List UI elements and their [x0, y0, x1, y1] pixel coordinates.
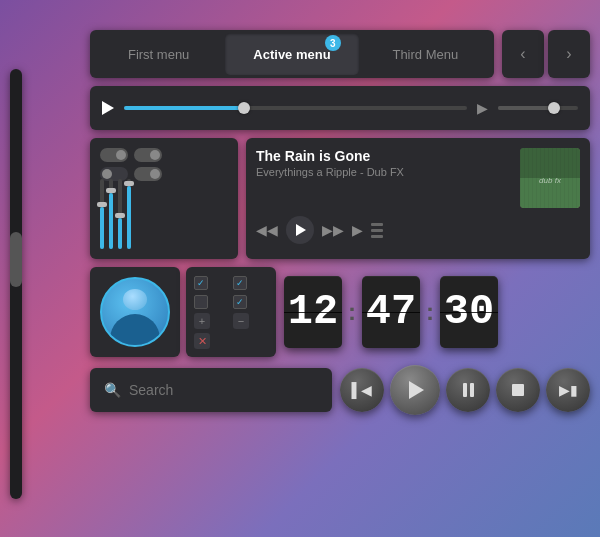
- progress-track[interactable]: [124, 106, 467, 110]
- big-rewind-button[interactable]: ▌◀: [340, 368, 384, 412]
- toggle-2[interactable]: [100, 167, 128, 181]
- avatar-circle: [100, 277, 170, 347]
- music-info-row: The Rain is Gone Everythings a Ripple - …: [256, 148, 580, 208]
- play-pause-button[interactable]: [286, 216, 314, 244]
- fader-4-thumb[interactable]: [124, 181, 134, 186]
- chevron-left-icon: ‹: [520, 45, 525, 63]
- music-title: The Rain is Gone: [256, 148, 512, 164]
- add-button[interactable]: +: [194, 313, 210, 329]
- sidebar-scrollbar[interactable]: [10, 69, 22, 499]
- avatar-body: [110, 314, 160, 345]
- nav-next-button[interactable]: ›: [548, 30, 590, 78]
- toggle-knob-2: [102, 169, 112, 179]
- avatar-panel[interactable]: [90, 267, 180, 357]
- menu-button[interactable]: [371, 223, 383, 238]
- toggle-knob-3: [150, 150, 160, 160]
- search-input[interactable]: [129, 382, 318, 398]
- fader-2-col: [109, 179, 113, 249]
- middle-row: The Rain is Gone Everythings a Ripple - …: [90, 138, 590, 259]
- album-art: dub fx: [520, 148, 580, 208]
- flip-sep-2: :: [426, 298, 434, 326]
- fader-2-fill: [109, 193, 113, 249]
- toggle-1[interactable]: [100, 148, 128, 162]
- nav-badge: 3: [325, 35, 341, 51]
- search-bar[interactable]: 🔍: [90, 368, 332, 412]
- tab-third-label: Third Menu: [392, 47, 458, 62]
- fader-1-fill: [100, 207, 104, 249]
- checkbox-4[interactable]: ✓: [233, 295, 247, 309]
- avatar-wrap: [100, 277, 170, 347]
- fader-1-thumb[interactable]: [97, 202, 107, 207]
- checkbox-1[interactable]: ✓: [194, 276, 208, 290]
- svg-text:dub fx: dub fx: [539, 176, 562, 185]
- fader-2-track[interactable]: [109, 179, 113, 249]
- action-button-x[interactable]: ✕: [194, 333, 210, 349]
- flip-minutes: 47: [362, 276, 420, 348]
- fader-4-col: [127, 179, 131, 249]
- mixer-panel: [90, 138, 238, 259]
- checkbox-2[interactable]: ✓: [233, 276, 247, 290]
- toggle-3[interactable]: [134, 148, 162, 162]
- forward-icon: ▶▮: [559, 382, 578, 398]
- big-pause-button[interactable]: [446, 368, 490, 412]
- flip-seconds: 30: [440, 276, 498, 348]
- toggle-knob-4: [150, 169, 160, 179]
- fader-3-fill: [118, 218, 122, 250]
- big-play-button[interactable]: [390, 365, 440, 415]
- fader-4-fill: [127, 186, 131, 249]
- nav-prev-button[interactable]: ‹: [502, 30, 544, 78]
- tab-active[interactable]: 3 Active menu: [225, 33, 358, 75]
- tab-first[interactable]: First menu: [92, 33, 225, 75]
- mute-button[interactable]: ▶: [352, 222, 363, 238]
- check-item-2: ✓: [233, 276, 268, 290]
- pause-icon: [463, 383, 474, 397]
- progress-fill: [124, 106, 244, 110]
- nav-tabs-container: First menu 3 Active menu Third Menu: [90, 30, 494, 78]
- chevron-right-icon: ›: [566, 45, 571, 63]
- tab-first-label: First menu: [128, 47, 189, 62]
- toggle-knob-1: [116, 150, 126, 160]
- next-track-button[interactable]: ▶▶: [322, 222, 344, 238]
- volume-thumb[interactable]: [548, 102, 560, 114]
- volume-track[interactable]: [498, 106, 578, 110]
- fader-3-col: [118, 179, 122, 249]
- prev-track-button[interactable]: ◀◀: [256, 222, 278, 238]
- bottom-row-top: ✓ ✓ ✓ + − ✕: [90, 267, 590, 357]
- media-player-bar: ▶: [90, 86, 590, 130]
- avatar-content: [102, 279, 168, 345]
- fader-2-thumb[interactable]: [106, 188, 116, 193]
- music-text: The Rain is Gone Everythings a Ripple - …: [256, 148, 512, 178]
- bottom-row: 🔍 ▌◀: [90, 365, 590, 415]
- checkbox-3[interactable]: [194, 295, 208, 309]
- fader-3-thumb[interactable]: [115, 213, 125, 218]
- fader-3-track[interactable]: [118, 179, 122, 249]
- volume-icon: ▶: [477, 100, 488, 116]
- minus-button[interactable]: −: [233, 313, 249, 329]
- check-item-3: [194, 295, 229, 309]
- volume-fill: [498, 106, 554, 110]
- scroll-thumb[interactable]: [10, 232, 22, 287]
- progress-thumb[interactable]: [238, 102, 250, 114]
- media-play-button[interactable]: [102, 101, 114, 115]
- mixer-toggles: [100, 148, 228, 181]
- svg-rect-3: [520, 148, 580, 178]
- avatar-head: [123, 289, 147, 310]
- nav-row: First menu 3 Active menu Third Menu ‹ ›: [90, 30, 590, 78]
- fader-4-track[interactable]: [127, 179, 131, 249]
- big-forward-button[interactable]: ▶▮: [546, 368, 590, 412]
- album-art-inner: dub fx: [520, 148, 580, 208]
- checklist-panel: ✓ ✓ ✓ + − ✕: [186, 267, 276, 357]
- search-icon: 🔍: [104, 382, 121, 398]
- check-item-1: ✓: [194, 276, 229, 290]
- rewind-icon: ▌◀: [352, 382, 373, 398]
- toggle-group-2: [134, 148, 162, 181]
- stop-icon: [512, 384, 524, 396]
- flip-clock: 12 : 47 : 30: [284, 276, 498, 348]
- big-stop-button[interactable]: [496, 368, 540, 412]
- music-controls: ◀◀ ▶▶ ▶: [256, 216, 580, 244]
- fader-1-track[interactable]: [100, 179, 104, 249]
- flip-sep-1: :: [348, 298, 356, 326]
- tab-third[interactable]: Third Menu: [359, 33, 492, 75]
- flip-hours: 12: [284, 276, 342, 348]
- toggle-4[interactable]: [134, 167, 162, 181]
